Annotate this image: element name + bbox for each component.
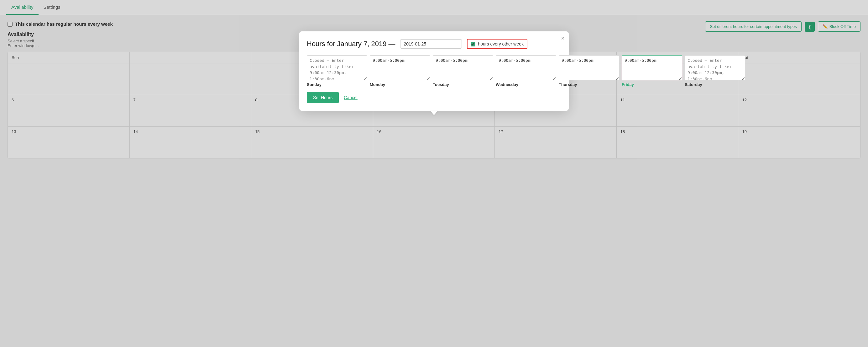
thursday-label: Thursday <box>559 82 619 87</box>
modal-close-button[interactable]: × <box>561 35 564 42</box>
cancel-button[interactable]: Cancel <box>344 95 358 100</box>
set-hours-button[interactable]: Set Hours <box>307 92 339 103</box>
day-col-tuesday: 9:00am-5:00pm Tuesday <box>433 55 493 87</box>
other-week-label: hours every other week <box>478 41 524 47</box>
wednesday-textarea[interactable]: 9:00am-5:00pm <box>496 55 556 80</box>
tuesday-label: Tuesday <box>433 82 493 87</box>
friday-textarea[interactable]: 9:00am-5:00pm <box>622 55 682 80</box>
days-grid: Sunday 9:00am-5:00pm Monday 9:00am-5:00p… <box>307 55 561 87</box>
day-col-sunday: Sunday <box>307 55 367 87</box>
saturday-textarea[interactable] <box>685 55 745 80</box>
thursday-textarea[interactable]: 9:00am-5:00pm <box>559 55 619 80</box>
modal-title: Hours for January 7, 2019 — <box>307 40 395 48</box>
modal-overlay: × Hours for January 7, 2019 — hours ever… <box>0 0 868 165</box>
day-col-monday: 9:00am-5:00pm Monday <box>370 55 430 87</box>
modal-header: Hours for January 7, 2019 — hours every … <box>307 39 561 49</box>
day-col-saturday: Saturday <box>685 55 745 87</box>
tuesday-textarea[interactable]: 9:00am-5:00pm <box>433 55 493 80</box>
modal-arrow <box>430 111 438 115</box>
day-col-wednesday: 9:00am-5:00pm Wednesday <box>496 55 556 87</box>
modal-date-input[interactable] <box>400 39 462 49</box>
other-week-checkbox[interactable] <box>471 42 475 47</box>
wednesday-label: Wednesday <box>496 82 556 87</box>
sunday-label: Sunday <box>307 82 367 87</box>
day-col-friday: 9:00am-5:00pm Friday <box>622 55 682 87</box>
day-col-thursday: 9:00am-5:00pm Thursday <box>559 55 619 87</box>
saturday-label: Saturday <box>685 82 745 87</box>
modal-footer: Set Hours Cancel <box>307 92 561 103</box>
monday-textarea[interactable]: 9:00am-5:00pm <box>370 55 430 80</box>
friday-label: Friday <box>622 82 682 87</box>
hours-modal: × Hours for January 7, 2019 — hours ever… <box>299 31 569 111</box>
other-week-checkbox-container: hours every other week <box>467 39 527 49</box>
main-content: This calendar has regular hours every we… <box>0 15 868 165</box>
sunday-textarea[interactable] <box>307 55 367 80</box>
monday-label: Monday <box>370 82 430 87</box>
